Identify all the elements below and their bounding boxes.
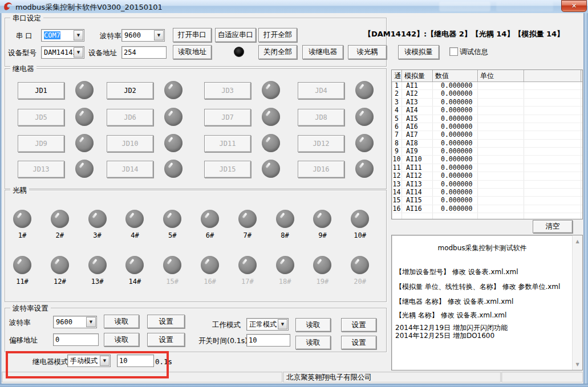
relay-button-jd16[interactable]: JD16 <box>298 161 344 178</box>
table-row[interactable]: 7AI70.000000 <box>392 131 582 139</box>
opto-channel-label-5: 5# <box>159 231 186 239</box>
switch-time-read-button[interactable]: 读取 <box>295 336 331 349</box>
open-port-button[interactable]: 打开串口 <box>173 28 212 42</box>
opto-led-10 <box>351 210 369 228</box>
table-cell <box>524 213 581 219</box>
column-header[interactable]: 通 <box>392 70 402 82</box>
table-row[interactable] <box>392 213 582 219</box>
table-cell: AI4 <box>402 107 433 114</box>
work-mode-set-button[interactable]: 设置 <box>341 318 376 332</box>
relay-mode-select[interactable]: 手动模式 ▼ <box>67 355 111 367</box>
relay-button-jd1[interactable]: JD1 <box>18 82 64 99</box>
table-cell: 8 <box>392 140 402 147</box>
table-row[interactable]: 9AI90.000000 <box>392 148 582 156</box>
relay-mode-time-input[interactable]: 10 <box>117 355 154 367</box>
baud-read-button[interactable]: 读取 <box>104 315 139 328</box>
comm-status-indicator <box>234 47 244 57</box>
info-line: 【光耦 名称】 修改 设备表.xml.xml <box>395 311 506 320</box>
port-select[interactable]: COM7 ▼ <box>41 29 84 42</box>
table-row[interactable]: 4AI40.000000 <box>392 107 582 115</box>
column-header[interactable]: 单位 <box>478 70 524 82</box>
chevron-down-icon[interactable]: ▼ <box>74 47 83 58</box>
read-analog-button[interactable]: 读模拟量 <box>398 45 439 59</box>
relay-button-jd15[interactable]: JD15 <box>204 161 251 178</box>
relay-button-jd4[interactable]: JD4 <box>298 82 344 99</box>
opto-led-9 <box>313 210 331 228</box>
chevron-down-icon[interactable]: ▼ <box>278 319 287 329</box>
relay-button-jd12[interactable]: JD12 <box>298 135 344 152</box>
serial-group: 串口设定 <box>5 18 387 67</box>
close-all-button[interactable]: 关闭全部 <box>258 45 297 59</box>
table-row[interactable]: 13AI130.000000 <box>392 181 582 189</box>
chevron-down-icon[interactable]: ▼ <box>154 30 164 40</box>
chevron-down-icon[interactable]: ▼ <box>74 30 83 40</box>
offset-addr-input[interactable]: 0 <box>53 333 99 346</box>
debug-info-checkbox[interactable] <box>449 47 458 56</box>
baud-set-button[interactable]: 设置 <box>147 315 185 328</box>
close-button[interactable]: ✕ <box>561 0 587 12</box>
relay-button-jd2[interactable]: JD2 <box>107 82 153 99</box>
relay-button-jd3[interactable]: JD3 <box>204 82 251 99</box>
table-row[interactable]: 2AI20.000000 <box>392 90 582 98</box>
table-row[interactable]: 12AI120.000000 <box>392 172 582 180</box>
switch-time-set-button[interactable]: 设置 <box>341 336 376 349</box>
relay-button-jd8[interactable]: JD8 <box>298 109 344 126</box>
info-scrollbar[interactable]: ▲ ▼ <box>572 235 582 370</box>
table-row[interactable]: 14AI140.000000 <box>392 189 582 197</box>
table-cell <box>524 99 581 106</box>
work-mode-select[interactable]: 正常模式 ▼ <box>246 318 289 331</box>
opto-channel-label-19: 19# <box>309 278 336 286</box>
table-row[interactable]: 11AI110.000000 <box>392 164 582 172</box>
opto-led-4 <box>125 210 144 228</box>
chevron-down-icon[interactable]: ▼ <box>100 356 110 366</box>
relay-button-jd5[interactable]: JD5 <box>18 109 64 126</box>
chevron-down-icon[interactable]: ▼ <box>86 317 96 327</box>
open-all-button[interactable]: 打开全部 <box>258 28 297 42</box>
opto-led-19 <box>313 256 331 274</box>
column-header[interactable] <box>524 70 581 82</box>
auto-port-button[interactable]: 自适应串口 <box>215 28 256 42</box>
table-row[interactable]: 1AI10.000000 <box>392 82 582 90</box>
opto-channel-label-14: 14# <box>121 278 148 286</box>
relay-button-jd14[interactable]: JD14 <box>107 161 153 178</box>
relay-button-jd7[interactable]: JD7 <box>204 109 251 126</box>
relay-button-jd6[interactable]: JD6 <box>107 109 153 126</box>
column-header[interactable]: 数值 <box>433 70 478 82</box>
relay-button-jd10[interactable]: JD10 <box>107 135 153 152</box>
table-row[interactable]: 10AI100.000000 <box>392 156 582 164</box>
switch-time-input[interactable]: 10 <box>246 334 290 347</box>
offset-set-button[interactable]: 设置 <box>147 333 185 347</box>
baud2-select[interactable]: 9600 ▼ <box>53 316 97 328</box>
relay-led-15 <box>262 160 280 178</box>
relay-button-jd9[interactable]: JD9 <box>18 135 64 152</box>
table-row[interactable]: 16AI160.000000 <box>392 205 582 213</box>
info-panel: modbus采集控制卡测试软件 【增加设备型号】 修改 设备表.xml.xml … <box>391 235 583 370</box>
table-row[interactable]: 5AI50.000000 <box>392 115 582 123</box>
relay-button-jd11[interactable]: JD11 <box>204 135 251 152</box>
table-row[interactable]: 8AI80.000000 <box>392 140 582 148</box>
clear-button[interactable]: 清空 <box>533 220 573 233</box>
work-mode-read-button[interactable]: 读取 <box>295 318 331 332</box>
baud-select[interactable]: 9600 ▼ <box>121 29 165 42</box>
scroll-up-icon[interactable]: ▲ <box>573 237 582 246</box>
device-model-select[interactable]: DAM14142 ▼ <box>41 46 84 59</box>
offset-read-button[interactable]: 读取 <box>104 333 139 347</box>
table-cell: AI8 <box>402 140 433 147</box>
opto-channel-label-11: 11# <box>9 278 36 286</box>
relay-button-jd13[interactable]: JD13 <box>18 161 64 178</box>
table-cell <box>478 164 524 172</box>
table-cell: 0.000000 <box>433 115 478 123</box>
scroll-down-icon[interactable]: ▼ <box>573 360 582 369</box>
device-addr-input[interactable]: 254 <box>121 46 167 59</box>
title-bar[interactable]: modbus采集控制卡软件V0300_20150101 ✕ <box>0 0 588 14</box>
table-cell: AI1 <box>402 82 433 89</box>
table-row[interactable]: 6AI60.000000 <box>392 123 582 131</box>
table-cell: 10 <box>392 156 402 163</box>
table-row[interactable]: 3AI30.000000 <box>392 99 582 107</box>
table-row[interactable]: 15AI150.000000 <box>392 197 582 205</box>
read-relay-button[interactable]: 读继电器 <box>302 45 343 59</box>
read-opto-button[interactable]: 读光耦 <box>348 45 387 59</box>
read-addr-button[interactable]: 读取地址 <box>173 45 212 59</box>
column-header[interactable]: 模拟量 <box>402 70 433 82</box>
table-cell: 0.000000 <box>433 131 478 138</box>
